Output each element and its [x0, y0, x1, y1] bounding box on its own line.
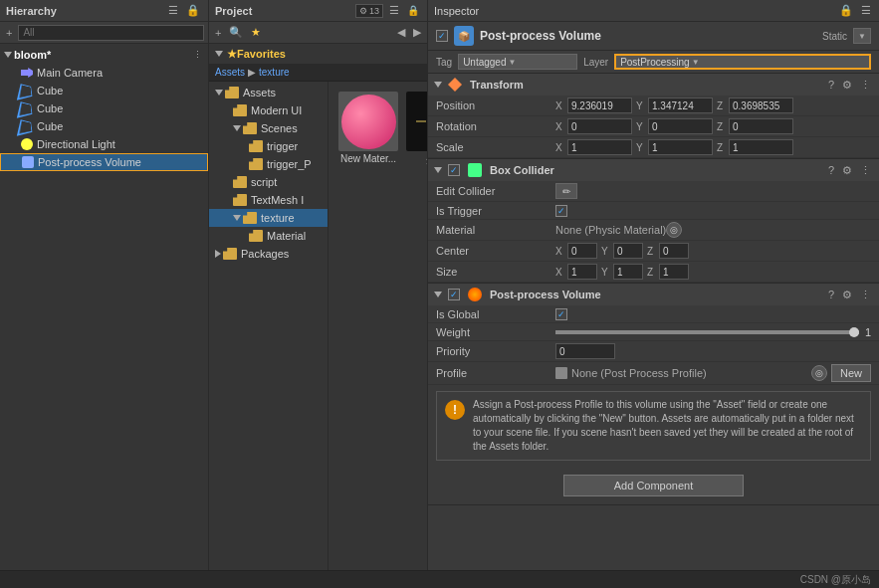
collider-material-value: None (Physic Material) [555, 224, 666, 236]
breadcrumb-assets[interactable]: Assets [215, 67, 245, 78]
layer-dropdown[interactable]: PostProcessing ▼ [614, 54, 871, 70]
transform-header[interactable]: Transform ? ⚙ ⋮ [428, 74, 879, 96]
center-z-input[interactable] [659, 243, 689, 259]
tag-label: Tag [436, 57, 452, 68]
project-add-button[interactable]: + [213, 27, 223, 39]
rotation-z-input[interactable] [729, 118, 793, 134]
hierarchy-item-cube1[interactable]: Cube [0, 82, 208, 99]
priority-input[interactable] [555, 343, 615, 359]
ppv-settings-button[interactable]: ⚙ [840, 289, 854, 301]
postprocess-volume-header[interactable]: Post-process Volume ? ⚙ ⋮ [428, 284, 879, 305]
hierarchy-scene-root[interactable]: bloom* ⋮ [0, 46, 208, 64]
project-badge: ⚙ 13 [355, 4, 383, 18]
center-x-input[interactable] [567, 243, 597, 259]
project-menu-button[interactable]: ☰ [387, 4, 401, 17]
hierarchy-item-post-process-volume[interactable]: Post-process Volume [0, 153, 208, 171]
inspector-menu-button[interactable]: ☰ [859, 4, 873, 17]
hierarchy-panel: Hierarchy ☰ 🔒 + bloom* ⋮ Main Camera [0, 0, 209, 570]
position-y-input[interactable] [648, 98, 713, 113]
hierarchy-item-cube3[interactable]: Cube [0, 117, 208, 135]
asset-new-material[interactable]: New Mater... [336, 90, 400, 169]
folder-textmesh[interactable]: TextMesh I [209, 191, 328, 209]
hierarchy-search-input[interactable] [18, 25, 204, 41]
ppv-menu-button[interactable]: ⋮ [858, 289, 873, 301]
box-collider-header[interactable]: Box Collider ? ⚙ ⋮ [428, 159, 879, 181]
hierarchy-title: Hierarchy [6, 5, 57, 17]
position-x-input[interactable] [567, 98, 632, 113]
folder-script[interactable]: script [209, 173, 328, 191]
hierarchy-lock-button[interactable]: 🔒 [184, 4, 202, 17]
object-active-checkbox[interactable] [436, 30, 448, 42]
packages-collapse-icon [215, 250, 221, 258]
ppv-title: Post-process Volume [490, 289, 822, 300]
project-header: Project ⚙ 13 ☰ 🔒 [209, 0, 427, 22]
favorites-collapse-icon [215, 51, 223, 57]
folder-packages[interactable]: Packages [209, 245, 328, 263]
static-dropdown[interactable]: ▼ [853, 28, 871, 44]
is-trigger-checkbox[interactable] [555, 205, 567, 217]
edit-collider-button[interactable]: ✏ [555, 183, 577, 199]
asset-light-icon[interactable]: 光标 [404, 90, 427, 169]
folder-trigger-p[interactable]: trigger_P [209, 155, 328, 173]
collider-material-picker[interactable]: ◎ [666, 222, 682, 238]
project-search-button[interactable]: 🔍 [227, 26, 245, 39]
transform-help-button[interactable]: ? [826, 79, 836, 92]
scale-fields: X Y Z [555, 139, 871, 155]
rotation-label: Rotation [436, 120, 555, 132]
hierarchy-add-button[interactable]: + [4, 27, 14, 39]
hierarchy-item-main-camera[interactable]: Main Camera [0, 64, 208, 82]
collider-active-checkbox[interactable] [448, 164, 460, 176]
inspector-lock-button[interactable]: 🔒 [837, 4, 855, 17]
scale-z-input[interactable] [729, 139, 793, 155]
folder-assets[interactable]: Assets [209, 84, 328, 101]
center-y-input[interactable] [613, 243, 643, 259]
collider-icon [468, 163, 482, 177]
position-z-input[interactable] [729, 98, 793, 113]
size-z-field: Z [647, 264, 689, 280]
project-favorite-button[interactable]: ★ [249, 26, 263, 39]
rotation-x-input[interactable] [567, 118, 632, 134]
project-back-button[interactable]: ◀ [395, 26, 407, 39]
breadcrumb: Assets ▶ texture [209, 64, 427, 82]
collider-help-button[interactable]: ? [826, 164, 836, 177]
weight-slider[interactable] [555, 330, 859, 334]
folder-trigger[interactable]: trigger [209, 137, 328, 155]
ppv-active-checkbox[interactable] [448, 289, 460, 300]
profile-field: None (Post Process Profile) [555, 367, 811, 379]
folder-material[interactable]: Material [209, 227, 328, 245]
transform-settings-button[interactable]: ⚙ [840, 79, 854, 92]
project-forward-button[interactable]: ▶ [411, 26, 423, 39]
sphere-preview [341, 95, 396, 149]
folder-modern-ui[interactable]: Modern UI [209, 101, 328, 119]
rotation-y-input[interactable] [648, 118, 713, 134]
folder-icon-texture [243, 212, 257, 224]
size-y-input[interactable] [613, 264, 643, 280]
project-lock-button[interactable]: 🔒 [405, 5, 421, 16]
is-global-checkbox[interactable] [555, 308, 567, 320]
info-text: Assign a Post-process Profile to this vo… [473, 398, 862, 454]
tag-dropdown[interactable]: Untagged ▼ [458, 54, 577, 70]
profile-picker-button[interactable]: ◎ [811, 365, 827, 381]
ppv-help-button[interactable]: ? [826, 289, 836, 301]
collider-menu-button[interactable]: ⋮ [858, 164, 873, 177]
scale-x-input[interactable] [567, 139, 632, 155]
scale-y-input[interactable] [648, 139, 713, 155]
transform-menu-button[interactable]: ⋮ [858, 79, 873, 92]
hierarchy-item-cube2[interactable]: Cube [0, 99, 208, 117]
folder-texture[interactable]: texture [209, 209, 328, 227]
size-x-input[interactable] [567, 264, 597, 280]
size-z-input[interactable] [659, 264, 689, 280]
scene-menu-button[interactable]: ⋮ [191, 50, 204, 60]
hierarchy-menu-button[interactable]: ☰ [166, 4, 180, 17]
folder-scenes[interactable]: Scenes [209, 119, 328, 137]
weight-slider-thumb[interactable] [849, 327, 859, 337]
collider-settings-button[interactable]: ⚙ [840, 164, 854, 177]
is-global-row: Is Global [428, 305, 879, 323]
breadcrumb-texture[interactable]: texture [259, 67, 290, 78]
box-collider-title: Box Collider [490, 164, 822, 176]
scene-name: bloom* [14, 49, 51, 61]
add-component-button[interactable]: Add Component [563, 475, 745, 496]
new-profile-button[interactable]: New [831, 364, 871, 382]
breadcrumb-separator: ▶ [248, 67, 256, 78]
hierarchy-item-directional-light[interactable]: Directional Light [0, 135, 208, 153]
